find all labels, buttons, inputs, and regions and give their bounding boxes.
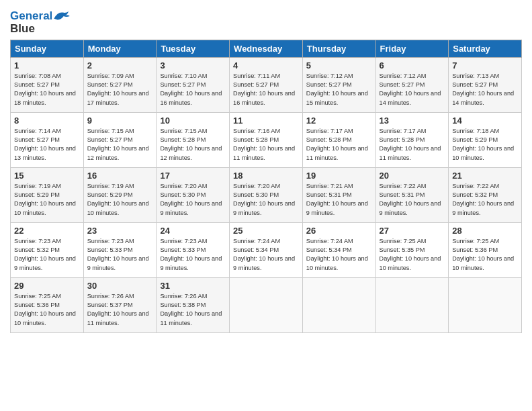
- calendar-cell: 21Sunrise: 7:22 AMSunset: 5:32 PMDayligh…: [449, 167, 522, 222]
- day-info: Sunrise: 7:09 AMSunset: 5:27 PMDaylight:…: [87, 72, 153, 107]
- day-number: 13: [380, 116, 445, 126]
- calendar-cell: 15Sunrise: 7:19 AMSunset: 5:29 PMDayligh…: [11, 167, 84, 222]
- week-row-2: 8Sunrise: 7:14 AMSunset: 5:27 PMDaylight…: [11, 112, 522, 167]
- logo-blue: Blue: [10, 22, 72, 36]
- day-number: 2: [87, 60, 153, 71]
- day-number: 28: [452, 226, 518, 236]
- day-number: 26: [306, 226, 372, 236]
- day-info: Sunrise: 7:16 AMSunset: 5:28 PMDaylight:…: [233, 127, 299, 163]
- calendar-cell: 27Sunrise: 7:25 AMSunset: 5:35 PMDayligh…: [375, 222, 449, 277]
- day-info: Sunrise: 7:12 AMSunset: 5:27 PMDaylight:…: [306, 72, 372, 107]
- day-info: Sunrise: 7:23 AMSunset: 5:33 PMDaylight:…: [160, 237, 226, 273]
- col-header-thursday: Thursday: [302, 40, 375, 57]
- day-number: 15: [14, 171, 80, 181]
- day-info: Sunrise: 7:19 AMSunset: 5:29 PMDaylight:…: [14, 182, 80, 218]
- day-number: 17: [160, 171, 226, 181]
- col-header-friday: Friday: [375, 40, 449, 57]
- calendar-cell: 8Sunrise: 7:14 AMSunset: 5:27 PMDaylight…: [11, 112, 84, 167]
- calendar-cell: 19Sunrise: 7:21 AMSunset: 5:31 PMDayligh…: [302, 167, 375, 222]
- day-number: 10: [160, 116, 226, 126]
- day-info: Sunrise: 7:19 AMSunset: 5:29 PMDaylight:…: [87, 182, 153, 218]
- day-number: 21: [452, 171, 518, 181]
- calendar-cell: 17Sunrise: 7:20 AMSunset: 5:30 PMDayligh…: [157, 167, 230, 222]
- day-number: 20: [380, 171, 445, 181]
- day-info: Sunrise: 7:13 AMSunset: 5:27 PMDaylight:…: [452, 72, 518, 107]
- day-info: Sunrise: 7:17 AMSunset: 5:28 PMDaylight:…: [380, 127, 445, 163]
- day-number: 18: [233, 171, 299, 181]
- day-number: 14: [452, 116, 518, 126]
- day-info: Sunrise: 7:12 AMSunset: 5:27 PMDaylight:…: [380, 72, 445, 107]
- calendar-cell: 26Sunrise: 7:24 AMSunset: 5:34 PMDayligh…: [302, 222, 375, 277]
- day-number: 8: [14, 116, 80, 126]
- calendar-cell: 10Sunrise: 7:15 AMSunset: 5:28 PMDayligh…: [157, 112, 230, 167]
- main-container: General Blue SundayMondayTuesdayWednesda…: [0, 0, 532, 340]
- day-number: 1: [14, 60, 80, 71]
- calendar-cell: [375, 277, 449, 332]
- day-info: Sunrise: 7:25 AMSunset: 5:36 PMDaylight:…: [14, 292, 80, 328]
- day-info: Sunrise: 7:26 AMSunset: 5:38 PMDaylight:…: [160, 292, 226, 328]
- calendar-cell: 5Sunrise: 7:12 AMSunset: 5:27 PMDaylight…: [302, 57, 375, 112]
- day-info: Sunrise: 7:23 AMSunset: 5:33 PMDaylight:…: [87, 237, 153, 273]
- calendar-cell: 22Sunrise: 7:23 AMSunset: 5:32 PMDayligh…: [11, 222, 84, 277]
- week-row-5: 29Sunrise: 7:25 AMSunset: 5:36 PMDayligh…: [11, 277, 522, 332]
- week-row-3: 15Sunrise: 7:19 AMSunset: 5:29 PMDayligh…: [11, 167, 522, 222]
- day-info: Sunrise: 7:24 AMSunset: 5:34 PMDaylight:…: [306, 237, 372, 273]
- calendar-cell: 4Sunrise: 7:11 AMSunset: 5:27 PMDaylight…: [230, 57, 303, 112]
- calendar-cell: 13Sunrise: 7:17 AMSunset: 5:28 PMDayligh…: [375, 112, 449, 167]
- col-header-monday: Monday: [83, 40, 157, 57]
- day-info: Sunrise: 7:14 AMSunset: 5:27 PMDaylight:…: [14, 127, 80, 163]
- calendar-cell: 24Sunrise: 7:23 AMSunset: 5:33 PMDayligh…: [157, 222, 230, 277]
- col-header-tuesday: Tuesday: [157, 40, 230, 57]
- day-number: 31: [160, 281, 226, 291]
- calendar-cell: 18Sunrise: 7:20 AMSunset: 5:30 PMDayligh…: [230, 167, 303, 222]
- day-info: Sunrise: 7:25 AMSunset: 5:36 PMDaylight:…: [452, 237, 518, 273]
- logo-wrapper: General Blue: [10, 9, 72, 36]
- day-info: Sunrise: 7:25 AMSunset: 5:35 PMDaylight:…: [380, 237, 445, 273]
- day-info: Sunrise: 7:26 AMSunset: 5:37 PMDaylight:…: [87, 292, 153, 328]
- day-number: 22: [14, 226, 80, 236]
- header: General Blue: [10, 7, 522, 36]
- day-number: 11: [233, 116, 299, 126]
- day-info: Sunrise: 7:20 AMSunset: 5:30 PMDaylight:…: [233, 182, 299, 218]
- day-number: 5: [306, 60, 372, 71]
- logo: General Blue: [10, 9, 72, 36]
- day-info: Sunrise: 7:08 AMSunset: 5:27 PMDaylight:…: [14, 72, 80, 107]
- calendar-cell: 6Sunrise: 7:12 AMSunset: 5:27 PMDaylight…: [375, 57, 449, 112]
- calendar-cell: [230, 277, 303, 332]
- calendar-cell: 9Sunrise: 7:15 AMSunset: 5:27 PMDaylight…: [83, 112, 157, 167]
- day-info: Sunrise: 7:24 AMSunset: 5:34 PMDaylight:…: [233, 237, 299, 273]
- calendar-cell: 2Sunrise: 7:09 AMSunset: 5:27 PMDaylight…: [83, 57, 157, 112]
- day-number: 3: [160, 60, 226, 71]
- calendar-cell: 1Sunrise: 7:08 AMSunset: 5:27 PMDaylight…: [11, 57, 84, 112]
- calendar-cell: 30Sunrise: 7:26 AMSunset: 5:37 PMDayligh…: [83, 277, 157, 332]
- calendar-cell: 20Sunrise: 7:22 AMSunset: 5:31 PMDayligh…: [375, 167, 449, 222]
- day-number: 12: [306, 116, 372, 126]
- day-info: Sunrise: 7:15 AMSunset: 5:27 PMDaylight:…: [87, 127, 153, 163]
- day-number: 16: [87, 171, 153, 181]
- day-number: 6: [380, 60, 445, 71]
- calendar-cell: [449, 277, 522, 332]
- day-info: Sunrise: 7:17 AMSunset: 5:28 PMDaylight:…: [306, 127, 372, 163]
- logo-bird-icon: [53, 11, 72, 23]
- calendar-cell: [302, 277, 375, 332]
- col-header-saturday: Saturday: [449, 40, 522, 57]
- day-info: Sunrise: 7:11 AMSunset: 5:27 PMDaylight:…: [233, 72, 299, 107]
- day-info: Sunrise: 7:15 AMSunset: 5:28 PMDaylight:…: [160, 127, 226, 163]
- calendar-cell: 31Sunrise: 7:26 AMSunset: 5:38 PMDayligh…: [157, 277, 230, 332]
- day-info: Sunrise: 7:18 AMSunset: 5:29 PMDaylight:…: [452, 127, 518, 163]
- week-row-4: 22Sunrise: 7:23 AMSunset: 5:32 PMDayligh…: [11, 222, 522, 277]
- calendar-cell: 11Sunrise: 7:16 AMSunset: 5:28 PMDayligh…: [230, 112, 303, 167]
- calendar-cell: 12Sunrise: 7:17 AMSunset: 5:28 PMDayligh…: [302, 112, 375, 167]
- col-header-wednesday: Wednesday: [230, 40, 303, 57]
- header-row: SundayMondayTuesdayWednesdayThursdayFrid…: [11, 40, 522, 57]
- col-header-sunday: Sunday: [11, 40, 84, 57]
- day-number: 9: [87, 116, 153, 126]
- day-number: 27: [380, 226, 445, 236]
- calendar-cell: 14Sunrise: 7:18 AMSunset: 5:29 PMDayligh…: [449, 112, 522, 167]
- day-info: Sunrise: 7:20 AMSunset: 5:30 PMDaylight:…: [160, 182, 226, 218]
- calendar-cell: 7Sunrise: 7:13 AMSunset: 5:27 PMDaylight…: [449, 57, 522, 112]
- calendar-cell: 3Sunrise: 7:10 AMSunset: 5:27 PMDaylight…: [157, 57, 230, 112]
- day-info: Sunrise: 7:23 AMSunset: 5:32 PMDaylight:…: [14, 237, 80, 273]
- calendar-cell: 16Sunrise: 7:19 AMSunset: 5:29 PMDayligh…: [83, 167, 157, 222]
- day-number: 30: [87, 281, 153, 291]
